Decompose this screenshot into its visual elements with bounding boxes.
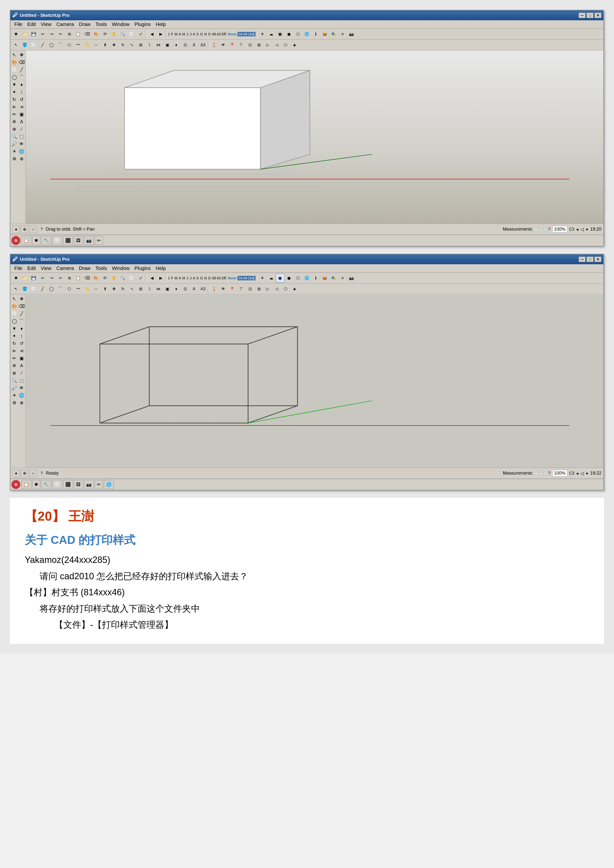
mat-icon-2[interactable]: 🎭 — [329, 274, 338, 282]
paste-icon-2[interactable]: 📋 — [74, 274, 83, 282]
lt2-plug[interactable]: ⚙ — [11, 399, 18, 406]
edge-icon[interactable]: ▣ — [276, 30, 285, 39]
redo-icon[interactable]: ↪ — [47, 30, 56, 39]
lt-geo[interactable]: 🌐 — [18, 148, 25, 155]
lt-offset[interactable]: ↺ — [18, 96, 25, 103]
open-icon-2[interactable]: 📁 — [20, 274, 29, 282]
lt-paint[interactable]: 🎨 — [11, 59, 18, 66]
lt-walk[interactable]: 🔎 — [11, 141, 18, 147]
taskbar-btn-25[interactable]: ⬛ — [63, 480, 73, 489]
new-icon-2[interactable]: ✱ — [11, 274, 20, 282]
rect-icon[interactable]: ⬜ — [29, 40, 38, 50]
undo-icon-2[interactable]: ↩ — [38, 274, 47, 282]
view-iso-icon[interactable]: ⬡ — [281, 40, 290, 50]
lookat-icon[interactable]: 👁 — [219, 40, 228, 50]
orbit-icon[interactable]: ⟳ — [101, 30, 109, 39]
view-front-icon[interactable]: ⊡ — [245, 40, 254, 50]
menu-view-2[interactable]: View — [39, 265, 53, 272]
layer-icon-2[interactable]: ≡ — [338, 274, 347, 282]
paint-icon-2[interactable]: 🎨 — [91, 274, 101, 282]
menu-file-1[interactable]: File — [12, 21, 24, 28]
menu-edit-2[interactable]: Edit — [25, 265, 37, 272]
scale-icon[interactable]: ⤡ — [127, 40, 136, 50]
menu-edit-1[interactable]: Edit — [25, 21, 37, 28]
section-icon-2[interactable]: ⊡ — [181, 285, 189, 293]
offset-icon[interactable]: ⊞ — [136, 40, 145, 50]
menu-window-1[interactable]: Window — [110, 21, 132, 28]
lt2-rotate[interactable]: ↕ — [18, 333, 25, 339]
lt2-erase[interactable]: ⌫ — [18, 303, 25, 310]
menu-camera-1[interactable]: Camera — [54, 21, 76, 28]
view-back-icon[interactable]: ⊞ — [254, 40, 263, 50]
lt2-circle[interactable]: ◯ — [11, 318, 18, 325]
dim-icon[interactable]: ↔ — [91, 40, 101, 50]
menu-help-2[interactable]: Help — [154, 265, 168, 272]
polygon-icon[interactable]: ⬡ — [65, 40, 74, 50]
open-icon[interactable]: 📁 — [20, 30, 29, 39]
3dtext-icon[interactable]: A3 — [198, 40, 208, 50]
push-icon[interactable]: ⬆ — [101, 40, 109, 50]
view-top-icon[interactable]: ⊤ — [237, 40, 245, 50]
prev-icon[interactable]: ◀ — [147, 30, 157, 39]
close-btn-2[interactable]: ✕ — [594, 257, 602, 262]
mat-icon[interactable]: 🎭 — [329, 30, 338, 39]
lt-pen[interactable]: ✏ — [11, 111, 18, 118]
group-icon[interactable]: ▣ — [163, 40, 172, 50]
arc-icon-2[interactable]: ⌒ — [56, 285, 65, 293]
lt2-push[interactable]: ▼ — [11, 325, 18, 332]
prev-icon-2[interactable]: ◀ — [147, 274, 157, 282]
lt-group[interactable]: ▣ — [18, 111, 25, 118]
lt2-orbit[interactable]: ⊕ — [11, 370, 18, 377]
move-icon-2[interactable]: ✥ — [109, 285, 118, 293]
lt2-scale[interactable]: ↻ — [11, 340, 18, 347]
lt2-paint[interactable]: 🎨 — [11, 303, 18, 310]
shadows-icon-2[interactable]: ☀ — [258, 274, 267, 282]
group-icon-2[interactable]: ▣ — [163, 285, 172, 293]
menu-plugins-1[interactable]: Plugins — [132, 21, 153, 28]
undo-icon[interactable]: ↩ — [38, 30, 47, 39]
lt-plug[interactable]: ⚙ — [11, 155, 18, 162]
zoom-win-icon-2[interactable]: ⬜ — [127, 274, 136, 282]
zoom-value-2[interactable]: 100% — [552, 470, 567, 477]
select-icon-2[interactable]: ↖ — [11, 285, 20, 293]
lt-rotate[interactable]: ↕ — [18, 88, 25, 96]
rotate-icon-2[interactable]: ↻ — [118, 285, 127, 293]
dim-icon-2[interactable]: ↔ — [91, 285, 101, 293]
tape-icon-2[interactable]: 📏 — [83, 285, 91, 293]
view-per-icon-2[interactable]: ◈ — [290, 285, 299, 293]
next-icon-2[interactable]: ▶ — [157, 274, 165, 282]
view-top-icon-2[interactable]: ⊤ — [237, 285, 245, 293]
layer-icon[interactable]: ≡ — [338, 30, 347, 39]
arc-icon[interactable]: ⌒ — [56, 40, 65, 50]
lt-line[interactable]: ╱ — [18, 66, 25, 73]
lt2-rect[interactable]: ⬜ — [11, 310, 18, 317]
face-icon-2[interactable]: ◼ — [285, 274, 293, 282]
comp-icon-2[interactable]: 📦 — [320, 274, 329, 282]
viewport-2[interactable] — [26, 294, 603, 468]
lt2-arrow[interactable]: ↖ — [11, 295, 18, 302]
style-icon-2[interactable]: ⬡ — [293, 274, 302, 282]
intersect-icon-2[interactable]: ⋈ — [154, 285, 163, 293]
section-icon[interactable]: ⊡ — [181, 40, 189, 50]
close-btn-1[interactable]: ✕ — [594, 12, 602, 18]
lt-push[interactable]: ▼ — [11, 81, 18, 88]
rotate-icon[interactable]: ↻ — [118, 40, 127, 50]
zoom-icon-2[interactable]: 🔍 — [118, 274, 127, 282]
freehand-icon-2[interactable]: 〜 — [74, 285, 83, 293]
viewport-1[interactable] — [26, 51, 603, 224]
lt2-zoom2[interactable]: ∕ — [18, 370, 25, 377]
taskbar-btn-27[interactable]: 📷 — [84, 480, 94, 489]
erase-icon[interactable]: ⌫ — [83, 30, 91, 39]
taskbar-btn-22[interactable]: ✱ — [32, 480, 40, 489]
menu-tools-1[interactable]: Tools — [93, 21, 109, 28]
lt-look[interactable]: 👁 — [18, 141, 25, 147]
lt-ruler[interactable]: ⊲ — [18, 104, 25, 110]
paint2-icon[interactable]: 🪣 — [20, 40, 29, 50]
taskbar-btn-21[interactable]: 📋 — [21, 480, 31, 489]
maximize-btn-1[interactable]: □ — [586, 12, 594, 18]
view-per-icon[interactable]: ◈ — [290, 40, 299, 50]
model-info-icon[interactable]: ℹ — [311, 30, 320, 39]
lt-comp[interactable]: ♦ — [18, 81, 25, 88]
lt2-move[interactable]: ✥ — [18, 295, 25, 302]
lt-tape[interactable]: ⊳ — [11, 104, 18, 110]
